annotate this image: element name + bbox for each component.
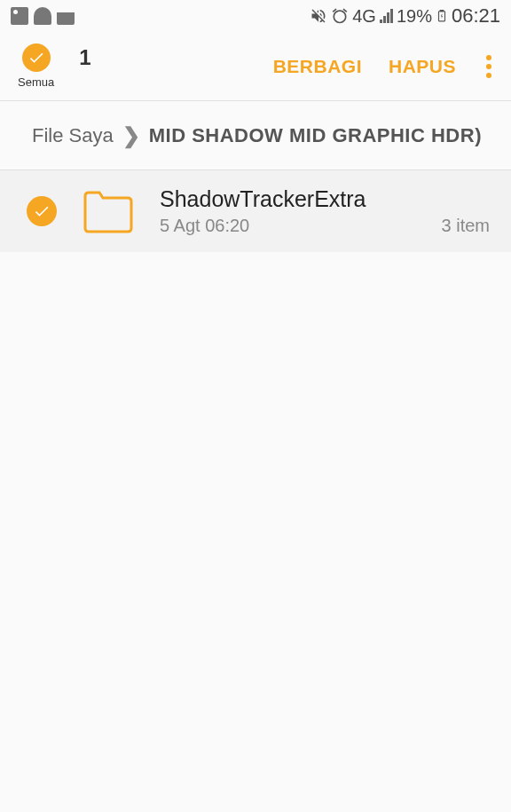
share-button[interactable]: BERBAGI [273, 56, 362, 77]
mute-icon [310, 7, 327, 25]
select-all-label: Semua [18, 75, 54, 89]
breadcrumb-root[interactable]: File Saya [32, 124, 114, 147]
more-menu-button[interactable] [483, 51, 495, 82]
folder-icon [82, 189, 135, 233]
selection-count: 1 [79, 45, 90, 70]
breadcrumb[interactable]: File Saya ❯ MID SHADOW MID GRAPHIC HDR) [0, 101, 511, 170]
alarm-notification-icon [34, 7, 51, 25]
item-name: ShadowTrackerExtra [160, 186, 490, 212]
clock-time: 06:21 [452, 4, 500, 28]
battery-percent: 19% [397, 6, 432, 27]
breadcrumb-current: MID SHADOW MID GRAPHIC HDR) [149, 124, 482, 147]
select-all-button[interactable]: Semua [18, 43, 54, 89]
status-left [11, 7, 75, 25]
image-notification-icon [11, 7, 28, 25]
item-date: 5 Agt 06:20 [160, 216, 249, 236]
alarm-status-icon [331, 7, 349, 25]
item-count: 3 item [442, 216, 490, 236]
file-list: ShadowTrackerExtra 5 Agt 06:20 3 item [0, 170, 511, 252]
status-right: 4G 19% 06:21 [310, 4, 500, 28]
selection-toolbar: Semua 1 BERBAGI HAPUS [0, 32, 511, 101]
item-info: ShadowTrackerExtra 5 Agt 06:20 3 item [160, 186, 490, 236]
list-item[interactable]: ShadowTrackerExtra 5 Agt 06:20 3 item [0, 170, 511, 252]
chevron-right-icon: ❯ [122, 123, 140, 148]
wifi-notification-icon [57, 7, 75, 25]
delete-button[interactable]: HAPUS [389, 56, 456, 77]
toolbar-actions: BERBAGI HAPUS [273, 51, 495, 82]
network-type: 4G [352, 6, 376, 27]
item-meta: 5 Agt 06:20 3 item [160, 216, 490, 236]
battery-charging-icon [436, 6, 448, 26]
status-bar: 4G 19% 06:21 [0, 0, 511, 32]
select-all-check-icon [22, 43, 51, 72]
svg-rect-1 [440, 11, 444, 12]
signal-icon [380, 9, 393, 23]
item-checkbox[interactable] [27, 196, 57, 226]
